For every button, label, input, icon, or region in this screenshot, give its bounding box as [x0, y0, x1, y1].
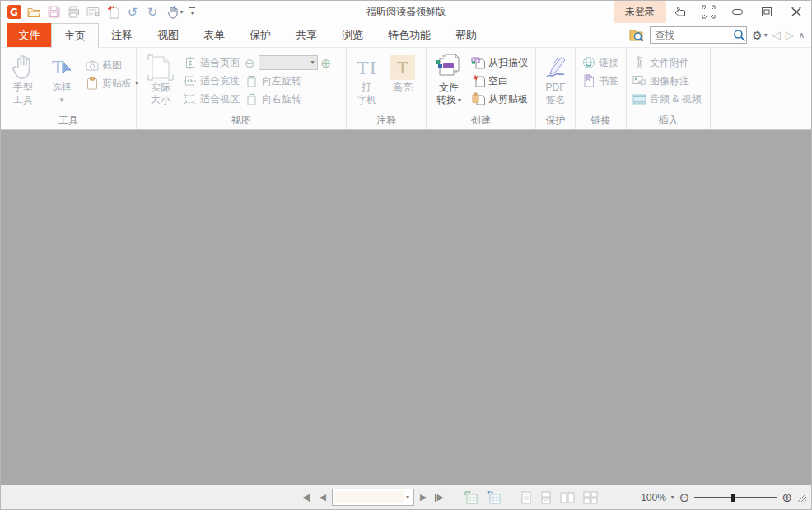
- collapse-ribbon-icon[interactable]: ∧: [799, 30, 805, 40]
- group-label-create: 创建: [427, 114, 535, 129]
- resize-grip-icon[interactable]: [797, 493, 807, 503]
- previous-page-button[interactable]: ◀: [316, 489, 328, 506]
- tabrow-right-cluster: ⚙ ▾ ◁ ▷ ∧: [629, 23, 811, 47]
- last-page-button[interactable]: ▶: [432, 489, 446, 506]
- fit-width-icon: [183, 74, 197, 87]
- hand-tool-button[interactable]: 手型 工具: [7, 52, 39, 108]
- zoom-level-caret-icon[interactable]: ▾: [671, 494, 674, 501]
- login-button[interactable]: 未登录: [614, 1, 666, 23]
- search-in-files-icon[interactable]: [629, 29, 645, 42]
- zoom-out-button[interactable]: ⊖: [679, 491, 690, 503]
- zoom-level-value[interactable]: 100%: [641, 492, 666, 503]
- first-page-button[interactable]: ◀: [300, 489, 313, 506]
- next-view-button[interactable]: [484, 489, 504, 506]
- tab-form[interactable]: 表单: [191, 23, 237, 47]
- page-combo-caret-icon: ▾: [404, 494, 412, 501]
- actual-size-button[interactable]: 实际 大小: [143, 52, 178, 108]
- image-annotation-button[interactable]: 图像标注: [632, 73, 702, 89]
- tab-file[interactable]: 文件: [7, 23, 51, 47]
- zoom-slider[interactable]: [694, 493, 777, 503]
- page-number-value: [334, 491, 404, 503]
- zoom-in-button[interactable]: ⊕: [782, 491, 792, 503]
- tab-protect[interactable]: 保护: [237, 23, 283, 47]
- status-bar: ◀ ◀ ▾ ▶ ▶: [1, 485, 811, 509]
- find-next-icon[interactable]: ▷: [786, 29, 794, 41]
- find-previous-icon[interactable]: ◁: [772, 29, 781, 41]
- group-label-tools: 工具: [1, 114, 136, 129]
- highlight-button[interactable]: T 高亮: [387, 52, 418, 96]
- single-page-mode-button[interactable]: [520, 491, 532, 504]
- hand-gesture-icon[interactable]: [666, 1, 694, 23]
- fit-width-button[interactable]: 适合宽度: [183, 73, 240, 89]
- open-file-icon[interactable]: [25, 3, 43, 21]
- page-number-combo[interactable]: ▾: [332, 489, 414, 506]
- continuous-mode-button[interactable]: [540, 491, 552, 504]
- select-caret-icon: ▾: [60, 94, 64, 106]
- file-attachment-button[interactable]: 文件附件: [632, 54, 702, 71]
- file-convert-button[interactable]: 文件 转换 ▾: [432, 52, 466, 108]
- select-text-icon: T: [50, 54, 73, 82]
- tab-features[interactable]: 特色功能: [376, 23, 443, 47]
- globe-link-icon: [581, 56, 595, 69]
- group-create: 文件 转换 ▾ 从扫描仪: [427, 48, 536, 129]
- redo-icon[interactable]: ↻: [143, 3, 161, 21]
- gear-caret-icon: ▾: [764, 32, 768, 39]
- tab-browse[interactable]: 浏览: [329, 23, 376, 47]
- fit-page-icon: [183, 56, 197, 69]
- save-icon[interactable]: [44, 3, 63, 21]
- blank-page-icon: [471, 74, 485, 87]
- zoom-slider-handle[interactable]: [731, 494, 735, 502]
- ribbon-empty-space: [711, 48, 811, 129]
- next-page-button[interactable]: ▶: [418, 489, 429, 506]
- link-button[interactable]: 链接: [581, 54, 618, 71]
- layout-switch-icon[interactable]: [694, 1, 722, 23]
- rotate-right-button[interactable]: 向右旋转: [245, 91, 331, 107]
- tab-home[interactable]: 主页: [51, 23, 99, 48]
- typewriter-button[interactable]: TI 打 字机: [353, 52, 380, 108]
- document-area[interactable]: [1, 130, 811, 485]
- group-label-insert: 插入: [627, 114, 710, 129]
- camera-icon: [85, 58, 99, 72]
- tab-share[interactable]: 共享: [283, 23, 329, 47]
- audio-video-button[interactable]: 音频 & 视频: [632, 91, 702, 107]
- tab-comment[interactable]: 注释: [99, 23, 145, 47]
- page-navigation: ◀ ◀ ▾ ▶ ▶: [300, 489, 504, 506]
- group-comment: TI 打 字机 T 高亮 注释: [347, 48, 427, 129]
- fit-visible-button[interactable]: 适合视区: [183, 91, 240, 107]
- from-clipboard-button[interactable]: 从剪贴板: [471, 91, 528, 107]
- continuous-facing-mode-button[interactable]: [583, 491, 598, 504]
- minimize-button[interactable]: [722, 1, 752, 23]
- email-icon[interactable]: [84, 3, 102, 21]
- search-icon[interactable]: [733, 29, 746, 42]
- file-convert-icon: [435, 54, 463, 82]
- new-document-icon[interactable]: [104, 3, 122, 21]
- hand-tool-quick-icon[interactable]: ▾: [163, 3, 188, 21]
- pdf-sign-button[interactable]: PDF 签名: [540, 52, 572, 108]
- maximize-button[interactable]: [752, 1, 782, 23]
- clipboard-button[interactable]: 剪贴板 ▾: [85, 75, 138, 91]
- close-button[interactable]: [782, 1, 811, 23]
- snapshot-button[interactable]: 截图: [85, 57, 138, 73]
- group-tools: 手型 工具 T 选择 ▾ 截图: [1, 48, 137, 129]
- customize-toolbar-icon[interactable]: ▾: [189, 7, 195, 16]
- tab-help[interactable]: 帮助: [443, 23, 489, 47]
- from-scanner-button[interactable]: 从扫描仪: [471, 54, 528, 71]
- fit-page-button[interactable]: 适合页面: [183, 54, 240, 71]
- zoom-out-icon[interactable]: ⊖: [245, 57, 255, 69]
- rotate-left-button[interactable]: 向左旋转: [245, 73, 331, 89]
- tab-view[interactable]: 视图: [145, 23, 191, 47]
- search-input[interactable]: [651, 30, 733, 41]
- undo-icon[interactable]: ↺: [124, 3, 142, 21]
- blank-document-button[interactable]: 空白: [471, 73, 528, 89]
- zoom-level-combo[interactable]: ▾: [259, 55, 318, 70]
- app-logo-icon[interactable]: G: [5, 3, 23, 21]
- previous-view-button[interactable]: [461, 489, 481, 506]
- ribbon: 手型 工具 T 选择 ▾ 截图: [1, 48, 811, 130]
- page-layout-modes: [520, 491, 598, 504]
- bookmark-button[interactable]: 书签: [581, 73, 618, 89]
- search-settings[interactable]: ⚙ ▾: [752, 29, 768, 42]
- zoom-in-icon[interactable]: ⊕: [321, 57, 332, 69]
- facing-mode-button[interactable]: [560, 491, 575, 504]
- select-tool-button[interactable]: T 选择 ▾: [47, 52, 77, 108]
- print-icon[interactable]: [64, 3, 82, 21]
